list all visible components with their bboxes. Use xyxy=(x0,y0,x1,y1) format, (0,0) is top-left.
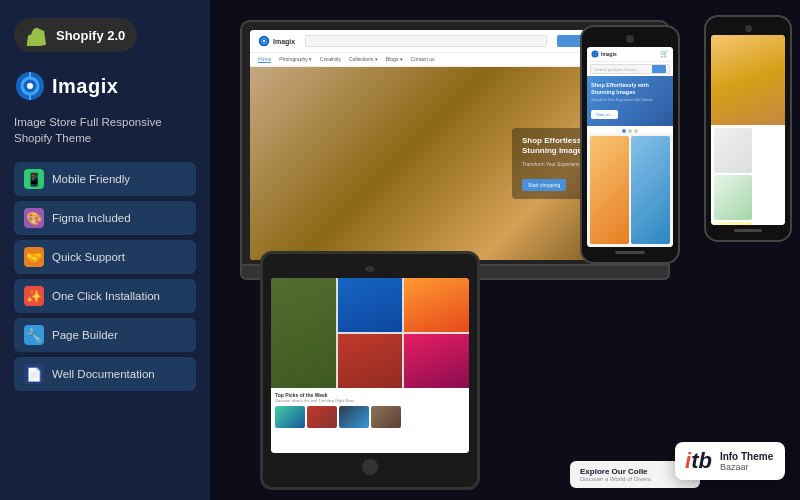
tablet-thumb-1 xyxy=(275,406,305,428)
mobile-search: Search products & bran... xyxy=(590,64,670,74)
mobile-product-grid xyxy=(587,133,673,247)
feature-label-one-click: One Click Installation xyxy=(52,290,160,302)
mobile-camera-2 xyxy=(745,25,752,32)
feature-label-page-builder: Page Builder xyxy=(52,329,118,341)
mobile-friendly-icon: 📱 xyxy=(24,169,44,189)
quick-support-icon: 🤝 xyxy=(24,247,44,267)
nav-contact: Contact us xyxy=(411,56,435,63)
tablet-bottom-sub: Discover what's hot and Trending Right N… xyxy=(275,398,465,403)
nav-photography: Photography ▾ xyxy=(279,56,312,63)
brand-icon xyxy=(14,70,46,102)
brand-name: Imagix xyxy=(52,75,118,98)
nav-creativity: Creativity xyxy=(320,56,341,63)
tablet-home-btn xyxy=(362,459,378,475)
site-logo-small: Imagix xyxy=(258,35,295,47)
nav-blogs: Blogs ▾ xyxy=(386,56,403,63)
mobile-product-grid-2 xyxy=(714,128,782,225)
tablet-bottom: Top Picks of the Week Discover what's ho… xyxy=(271,388,469,453)
mobile-hero: Shop Effortlessly with Stunning Images T… xyxy=(587,76,673,126)
site-logo-text: Imagix xyxy=(273,38,295,45)
feature-label-figma: Figma Included xyxy=(52,212,131,224)
feature-label-quick-support: Quick Support xyxy=(52,251,125,263)
tablet-camera xyxy=(365,266,375,272)
tablet-screen: Top Picks of the Week Discover what's ho… xyxy=(271,278,469,453)
tablet-img-3 xyxy=(404,278,469,332)
mobile-cart-icon: 🛒 xyxy=(660,50,669,58)
mobile-mockup-2 xyxy=(704,15,792,242)
feature-label-mobile-friendly: Mobile Friendly xyxy=(52,173,130,185)
mobile-hero-btn: Start sh... xyxy=(591,110,618,119)
mobile-content-bottom xyxy=(711,125,785,225)
feature-label-documentation: Well Documentation xyxy=(52,368,155,380)
mobile-screen: Imagix 🛒 Search products & bran... Shop … xyxy=(587,47,673,247)
shopify-icon xyxy=(26,24,48,46)
mobile-prod-a xyxy=(714,128,752,173)
tablet-img-4 xyxy=(338,334,403,388)
mobile-home-line-2 xyxy=(734,229,762,232)
explore-subtitle: Discover a World of Divers xyxy=(580,476,690,482)
feature-mobile-friendly[interactable]: 📱 Mobile Friendly xyxy=(14,162,196,196)
tablet-img-2 xyxy=(338,278,403,332)
itb-title: Info Theme xyxy=(720,451,773,462)
feature-one-click[interactable]: ✨ One Click Installation xyxy=(14,279,196,313)
itb-logo: itb xyxy=(685,450,712,472)
tablet-thumb-2 xyxy=(307,406,337,428)
mobile-hero-sub: Transform Your Experience with Visuals xyxy=(591,98,669,102)
right-panel: Imagix 👤 Account 🛒 Shopping Home Photogr… xyxy=(210,0,800,500)
figma-included-icon: 🎨 xyxy=(24,208,44,228)
mobile-screen-2 xyxy=(711,35,785,225)
page-builder-icon: 🔧 xyxy=(24,325,44,345)
mobile-search-text: Search products & bran... xyxy=(594,67,652,72)
mobile-mockup: Imagix 🛒 Search products & bran... Shop … xyxy=(580,25,680,264)
itb-badge: itb Info Theme Bazaar xyxy=(675,442,785,480)
mobile-search-btn xyxy=(652,65,666,73)
mobile-frame: Imagix 🛒 Search products & bran... Shop … xyxy=(580,25,680,264)
itb-text: Info Theme Bazaar xyxy=(720,451,773,472)
left-panel: Shopify 2.0 Imagix Image Store Full Resp… xyxy=(0,0,210,500)
explore-title: Explore Our Colle xyxy=(580,467,690,476)
mobile-logo-icon xyxy=(591,50,599,58)
tablet-img-5 xyxy=(404,334,469,388)
tablet-img-1 xyxy=(271,278,336,388)
brand-logo: Imagix xyxy=(14,70,196,102)
feature-page-builder[interactable]: 🔧 Page Builder xyxy=(14,318,196,352)
tablet-img-grid xyxy=(271,278,469,388)
mobile-header: Imagix 🛒 xyxy=(587,47,673,62)
shopify-label: Shopify 2.0 xyxy=(56,28,125,43)
nav-home: Home xyxy=(258,56,271,63)
site-logo-icon xyxy=(258,35,270,47)
mobile-product-2 xyxy=(631,136,670,244)
mobile-logo-text: Imagix xyxy=(601,51,617,57)
theme-description: Image Store Full Responsive Shopify Them… xyxy=(14,114,196,146)
tablet-img-row xyxy=(275,406,465,428)
documentation-icon: 📄 xyxy=(24,364,44,384)
svg-point-7 xyxy=(263,40,265,42)
devices-container: Imagix 👤 Account 🛒 Shopping Home Photogr… xyxy=(210,0,800,500)
mobile-content: Imagix 🛒 Search products & bran... Shop … xyxy=(587,47,673,247)
mobile-camera xyxy=(626,35,634,43)
mobile-prod-c xyxy=(714,222,752,225)
mobile-hero-title: Shop Effortlessly with Stunning Images xyxy=(591,82,669,96)
site-search-bar xyxy=(305,35,547,47)
mobile-prod-b xyxy=(714,175,752,220)
feature-quick-support[interactable]: 🤝 Quick Support xyxy=(14,240,196,274)
feature-documentation[interactable]: 📄 Well Documentation xyxy=(14,357,196,391)
feature-figma-included[interactable]: 🎨 Figma Included xyxy=(14,201,196,235)
shopify-badge: Shopify 2.0 xyxy=(14,18,137,52)
tablet-thumb-4 xyxy=(371,406,401,428)
nav-collections: Collections ▾ xyxy=(349,56,378,63)
tablet-thumb-3 xyxy=(339,406,369,428)
one-click-icon: ✨ xyxy=(24,286,44,306)
tablet-content: Top Picks of the Week Discover what's ho… xyxy=(271,278,469,453)
mobile-home-line xyxy=(615,251,645,254)
mobile-product-1 xyxy=(590,136,629,244)
svg-point-8 xyxy=(592,51,599,58)
tablet-mockup: Top Picks of the Week Discover what's ho… xyxy=(260,251,480,490)
tablet-frame: Top Picks of the Week Discover what's ho… xyxy=(260,251,480,490)
hero-btn: Start shopping xyxy=(522,179,566,191)
mobile-frame-2 xyxy=(704,15,792,242)
svg-point-2 xyxy=(27,83,33,89)
feature-list: 📱 Mobile Friendly 🎨 Figma Included 🤝 Qui… xyxy=(14,162,196,391)
mobile-hero-img xyxy=(711,35,785,125)
itb-subtitle: Bazaar xyxy=(720,462,773,472)
